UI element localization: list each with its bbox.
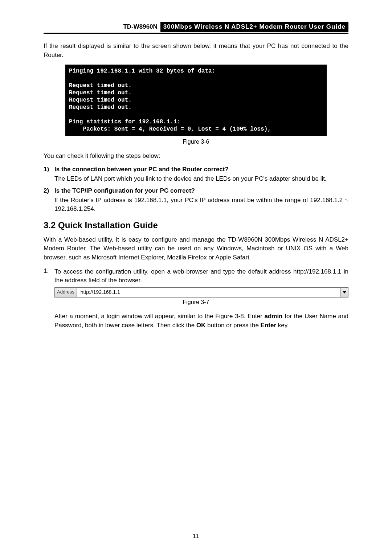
address-bar-label: Address <box>55 288 77 297</box>
check-intro: You can check it following the steps bel… <box>44 152 348 161</box>
step-body: If the Router's IP address is 192.168.1.… <box>54 196 348 214</box>
address-bar-input[interactable]: http://192.168.1.1 <box>77 288 340 297</box>
page-number: 11 <box>0 533 392 539</box>
ok-bold: OK <box>196 322 206 329</box>
step-question: Is the connection between your PC and th… <box>54 166 229 173</box>
numbered-list: 1. To access the configuration utility, … <box>44 267 348 285</box>
after-text-1: After a moment, a login window will appe… <box>54 313 264 320</box>
list-body: To access the configuration utility, ope… <box>54 267 348 285</box>
enter-bold: Enter <box>261 322 276 329</box>
figure-caption-3-6: Figure 3-6 <box>44 139 348 145</box>
list-item-1: 1. To access the configuration utility, … <box>44 267 348 285</box>
svg-marker-0 <box>343 291 346 294</box>
step-question: Is the TCP/IP configuration for your PC … <box>54 187 195 194</box>
list-number: 1. <box>44 267 54 285</box>
troubleshoot-steps: 1) Is the connection between your PC and… <box>44 166 348 214</box>
intro-paragraph: If the result displayed is similar to th… <box>44 42 348 59</box>
address-bar-dropdown[interactable] <box>340 288 348 297</box>
section-title: 3.2 Quick Installation Guide <box>44 220 348 230</box>
step-number: 2) <box>44 187 54 194</box>
after-text-3: button or press the <box>205 322 260 329</box>
step-2-row: 2) Is the TCP/IP configuration for your … <box>44 187 348 194</box>
step-body: The LEDs of LAN port which you link to t… <box>54 175 348 184</box>
step-number: 1) <box>44 166 54 173</box>
after-paragraph: After a moment, a login window will appe… <box>54 312 348 330</box>
address-bar: Address http://192.168.1.1 <box>54 287 348 297</box>
chevron-down-icon <box>343 291 346 294</box>
admin-bold: admin <box>264 313 282 320</box>
after-text-4: key. <box>276 322 289 329</box>
terminal-output: Pinging 192.168.1.1 with 32 bytes of dat… <box>65 65 327 136</box>
step-1-row: 1) Is the connection between your PC and… <box>44 166 348 173</box>
page-header: TD-W8960N 300Mbps Wireless N ADSL2+ Mode… <box>44 22 348 34</box>
figure-caption-3-7: Figure 3-7 <box>44 299 348 305</box>
header-model: TD-W8960N <box>120 22 160 32</box>
section-intro: With a Web-based utility, it is easy to … <box>44 235 348 262</box>
header-title: 300Mbps Wireless N ADSL2+ Modem Router U… <box>160 22 348 32</box>
